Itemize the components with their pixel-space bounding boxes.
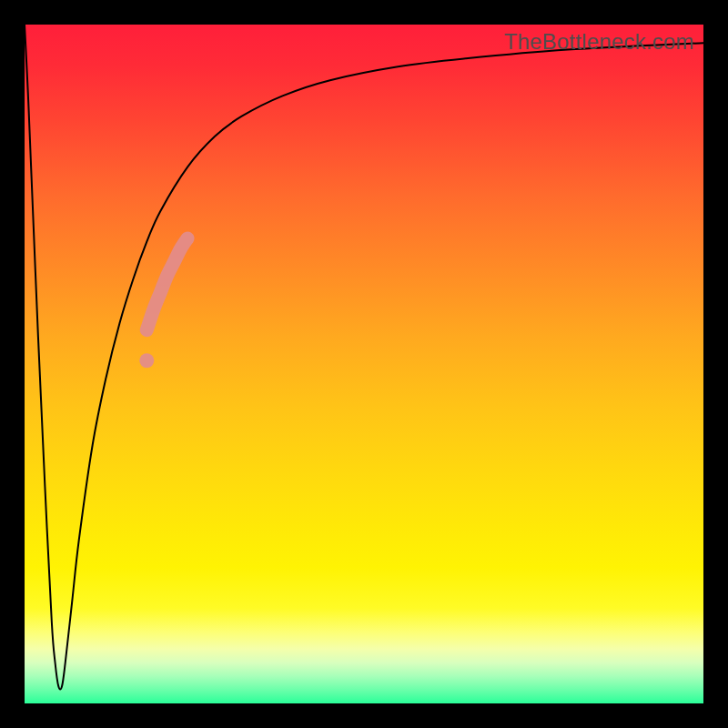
chart-frame: TheBottleneck.com bbox=[0, 0, 728, 728]
watermark-text: TheBottleneck.com bbox=[504, 29, 694, 55]
highlight-segment bbox=[147, 238, 187, 330]
plot-area: TheBottleneck.com bbox=[25, 25, 703, 703]
highlight-dot bbox=[139, 353, 154, 368]
curve-layer bbox=[25, 25, 703, 703]
bottleneck-curve bbox=[25, 25, 703, 690]
